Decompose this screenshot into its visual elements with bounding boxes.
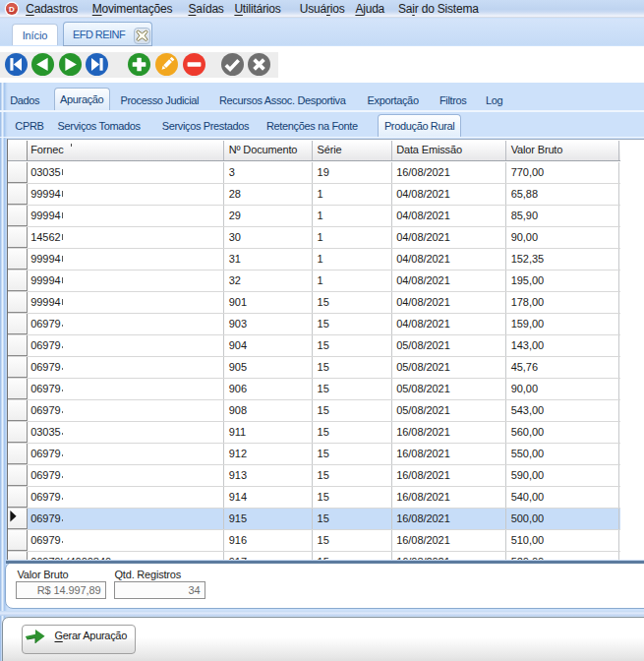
svg-text:D: D xyxy=(9,5,15,14)
